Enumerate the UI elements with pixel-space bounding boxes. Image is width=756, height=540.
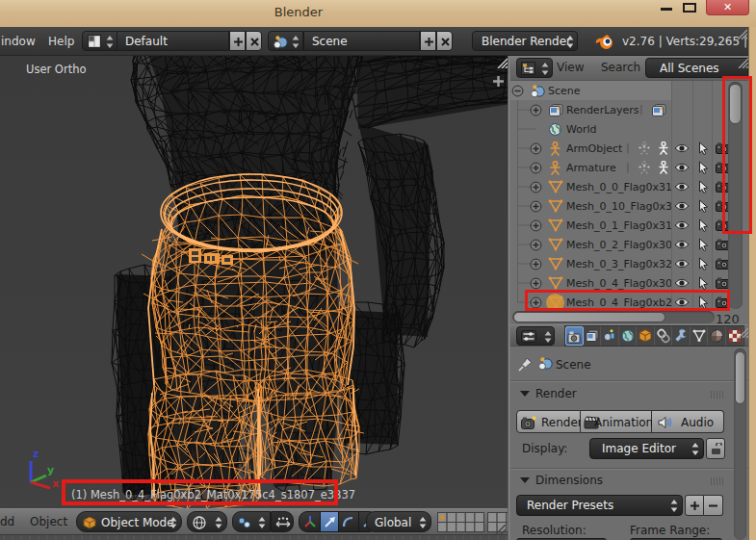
outliner-item-label[interactable]: RenderLayers [566,104,639,116]
outliner-row[interactable]: Mesh_0_3_Flag0x32_N [510,254,748,273]
expand-icon[interactable] [530,219,542,232]
selectable-cursor-icon[interactable] [698,276,709,290]
outliner-row[interactable]: ArmObject| [510,139,748,158]
minimize-button[interactable]: – [661,8,672,11]
viewport-shading-dropdown[interactable] [187,511,227,532]
outliner-item-label[interactable]: Mesh_0_10_Flag0x32 [566,200,671,213]
outliner-item-label[interactable]: Mesh_0_0_Flag0x31_N [566,181,671,193]
mode-dropdown[interactable]: Object Mode [76,511,182,532]
manipulate-center-points-toggle[interactable] [271,511,294,532]
outliner-row[interactable]: Mesh_0_1_Flag0x31_N [510,216,748,235]
expand-icon[interactable] [530,142,542,155]
delete-layout-button[interactable] [246,31,262,51]
outliner-row[interactable]: World [510,119,748,139]
collapse-icon[interactable] [511,85,524,97]
outliner-row[interactable]: Scene [510,81,748,100]
audio-button[interactable]: Audio [652,410,724,433]
tab-modifiers[interactable] [672,326,691,346]
menu-help[interactable]: Help [48,35,74,48]
expand-icon[interactable] [530,162,542,174]
outliner-item-label[interactable]: World [566,123,597,136]
delete-scene-button[interactable] [436,31,453,51]
panel-grip[interactable] [711,391,724,399]
display-mode-dropdown[interactable]: Image Editor [589,438,704,459]
add-preset-button[interactable] [685,495,704,516]
menu-window[interactable]: indow [1,35,36,48]
visibility-eye-icon[interactable] [674,143,690,153]
expand-icon[interactable] [530,104,542,116]
visibility-eye-icon[interactable] [674,259,690,269]
menu-object[interactable]: Object [30,515,67,528]
dimensions-panel-collapse-arrow[interactable] [520,477,530,483]
maximize-button[interactable] [683,3,696,13]
lock-interface-button[interactable] [706,438,725,459]
selectable-cursor-icon[interactable] [698,180,709,193]
remove-preset-button[interactable] [704,495,723,516]
properties-editor-selector[interactable] [516,326,555,346]
corner-resize-icon[interactable] [736,57,748,68]
outliner-hscrollbar-thumb[interactable] [513,312,665,322]
outliner-menu-search[interactable]: Search [601,61,640,74]
expand-icon[interactable] [530,258,542,270]
properties-vscrollbar-thumb[interactable] [735,351,745,404]
render-panel-collapse-arrow[interactable] [520,391,530,397]
close-button[interactable]: ✕ [706,0,749,15]
breadcrumb-scene[interactable]: Scene [556,358,591,372]
expand-icon[interactable] [530,277,542,290]
screen-layout-name-field[interactable]: Default [117,31,229,51]
selectable-cursor-icon[interactable] [698,199,709,213]
outliner-row[interactable]: Mesh_0_10_Flag0x32 [510,196,748,216]
tab-world[interactable] [619,326,638,346]
outliner-scope-dropdown[interactable]: All Scenes [645,58,748,78]
outliner-row[interactable]: RenderLayers| [510,100,748,119]
outliner-item-label[interactable]: Mesh_0_3_Flag0x32_N [566,258,671,270]
visibility-eye-icon[interactable] [674,220,690,230]
visibility-eye-icon[interactable] [674,240,690,249]
dimensions-panel-title[interactable]: Dimensions [535,474,603,487]
animation-button[interactable]: Animation [581,410,652,433]
tab-constraints[interactable] [655,326,673,346]
tab-object[interactable] [637,326,655,346]
render-panel-title[interactable]: Render [535,387,577,400]
tab-render-layers[interactable] [584,326,602,346]
outliner-item-label[interactable]: Mesh_0_2_Flag0x30_N [566,239,671,251]
outliner-item-label[interactable]: Mesh_0_4_Flag0x30_N [566,277,671,290]
visibility-eye-icon[interactable] [674,278,690,288]
layers-widget-group1[interactable] [437,512,484,532]
outliner-item-label[interactable]: Armature [566,162,616,174]
transform-orientation-dropdown[interactable]: Global [366,511,431,532]
properties-vscrollbar[interactable] [734,348,746,540]
expand-icon[interactable] [530,181,542,193]
expand-icon[interactable] [530,239,542,251]
pivot-point-dropdown[interactable] [232,511,271,532]
selectable-cursor-icon[interactable] [698,238,709,251]
expand-properties-plus-icon[interactable] [492,75,505,88]
pin-icon[interactable] [517,356,534,373]
tab-object-data[interactable] [691,326,709,346]
panel-grip[interactable] [711,477,724,485]
corner-resize-icon[interactable] [736,326,748,338]
scene-name-field[interactable]: Scene [303,31,420,51]
outliner-item-label[interactable]: Mesh_0_1_Flag0x31_N [566,219,671,232]
selectable-cursor-icon[interactable] [698,219,709,232]
render-presets-dropdown[interactable]: Render Presets [516,495,683,516]
manipulator-rotate-toggle[interactable] [339,512,358,531]
manipulator-translate-toggle[interactable] [320,512,339,531]
selectable-cursor-icon[interactable] [698,257,709,270]
outliner-row[interactable]: Mesh_0_2_Flag0x30_N [510,235,748,254]
add-scene-button[interactable] [420,31,436,51]
outliner-menu-view[interactable]: View [557,61,584,74]
tab-render[interactable] [565,326,584,346]
viewport-3d[interactable]: User Ortho z y x (1) Mesh_0_4_Flag0xb2_M… [0,56,508,508]
tab-scene[interactable] [601,326,619,346]
menu-add[interactable]: dd [0,515,14,528]
outliner-item-label[interactable]: ArmObject [566,142,622,155]
visibility-eye-icon[interactable] [674,163,690,172]
tab-material[interactable] [708,326,726,346]
outliner-row[interactable]: Mesh_0_0_Flag0x31_N [510,177,748,196]
outliner-editor-selector[interactable] [516,58,553,78]
render-engine-dropdown[interactable]: Blender Render [472,31,578,51]
corner-resize-icon[interactable] [735,28,747,39]
manipulator-axis-toggle[interactable] [300,512,320,531]
outliner-item-label[interactable]: Scene [548,85,581,97]
